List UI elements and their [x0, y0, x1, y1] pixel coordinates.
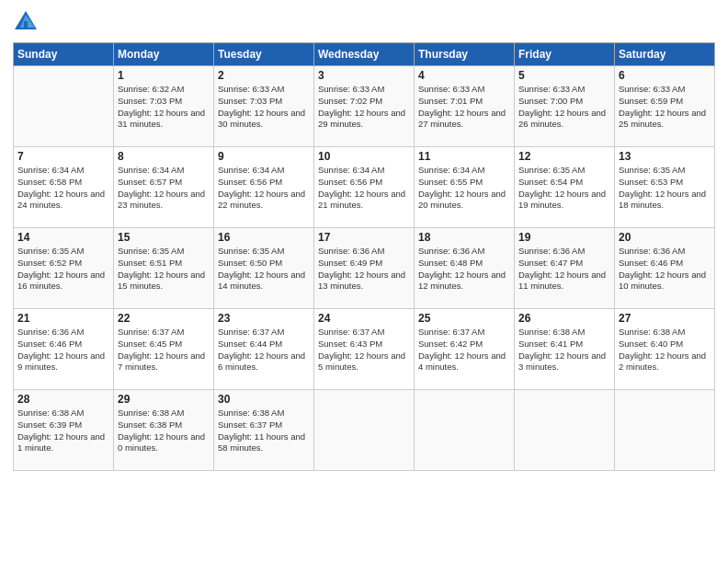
day-header-friday: Friday	[515, 43, 615, 66]
day-number: 3	[318, 69, 410, 82]
cell-info: Sunrise: 6:37 AM Sunset: 6:44 PM Dayligh…	[218, 327, 310, 373]
day-number: 26	[518, 312, 610, 325]
calendar-cell	[615, 390, 715, 471]
page: SundayMondayTuesdayWednesdayThursdayFrid…	[0, 0, 728, 563]
header-row: SundayMondayTuesdayWednesdayThursdayFrid…	[14, 43, 715, 66]
cell-info: Sunrise: 6:36 AM Sunset: 6:46 PM Dayligh…	[619, 246, 711, 293]
week-row-1: 7Sunrise: 6:34 AM Sunset: 6:58 PM Daylig…	[14, 147, 715, 228]
day-number: 1	[118, 69, 210, 82]
day-number: 20	[619, 231, 711, 244]
cell-info: Sunrise: 6:38 AM Sunset: 6:41 PM Dayligh…	[518, 327, 610, 373]
calendar-cell: 29Sunrise: 6:38 AM Sunset: 6:38 PM Dayli…	[114, 390, 214, 471]
cell-info: Sunrise: 6:37 AM Sunset: 6:42 PM Dayligh…	[418, 327, 510, 373]
cell-info: Sunrise: 6:35 AM Sunset: 6:51 PM Dayligh…	[118, 246, 210, 293]
cell-info: Sunrise: 6:36 AM Sunset: 6:48 PM Dayligh…	[418, 246, 510, 293]
cell-info: Sunrise: 6:32 AM Sunset: 7:03 PM Dayligh…	[118, 84, 210, 131]
day-header-sunday: Sunday	[14, 43, 114, 66]
calendar-cell: 8Sunrise: 6:34 AM Sunset: 6:57 PM Daylig…	[114, 147, 214, 228]
week-row-4: 28Sunrise: 6:38 AM Sunset: 6:39 PM Dayli…	[14, 390, 715, 471]
calendar-cell: 9Sunrise: 6:34 AM Sunset: 6:56 PM Daylig…	[214, 147, 314, 228]
calendar-table: SundayMondayTuesdayWednesdayThursdayFrid…	[13, 42, 715, 471]
calendar-cell: 18Sunrise: 6:36 AM Sunset: 6:48 PM Dayli…	[415, 228, 515, 309]
calendar-cell: 16Sunrise: 6:35 AM Sunset: 6:50 PM Dayli…	[214, 228, 314, 309]
day-number: 17	[318, 231, 410, 244]
day-number: 19	[518, 231, 610, 244]
day-number: 9	[218, 150, 310, 163]
day-number: 10	[318, 150, 410, 163]
calendar-cell: 4Sunrise: 6:33 AM Sunset: 7:01 PM Daylig…	[415, 66, 515, 147]
day-number: 12	[518, 150, 610, 163]
day-number: 15	[118, 231, 210, 244]
cell-info: Sunrise: 6:33 AM Sunset: 7:02 PM Dayligh…	[318, 84, 410, 131]
day-number: 28	[17, 393, 109, 406]
cell-info: Sunrise: 6:33 AM Sunset: 7:01 PM Dayligh…	[418, 84, 510, 131]
calendar-cell: 5Sunrise: 6:33 AM Sunset: 7:00 PM Daylig…	[515, 66, 615, 147]
day-number: 6	[619, 69, 711, 82]
day-number: 21	[17, 312, 109, 325]
day-number: 2	[218, 69, 310, 82]
day-number: 7	[17, 150, 109, 163]
calendar-cell: 14Sunrise: 6:35 AM Sunset: 6:52 PM Dayli…	[14, 228, 114, 309]
day-number: 4	[418, 69, 510, 82]
calendar-cell: 6Sunrise: 6:33 AM Sunset: 6:59 PM Daylig…	[615, 66, 715, 147]
day-number: 18	[418, 231, 510, 244]
calendar-cell: 26Sunrise: 6:38 AM Sunset: 6:41 PM Dayli…	[515, 309, 615, 390]
calendar-cell: 10Sunrise: 6:34 AM Sunset: 6:56 PM Dayli…	[314, 147, 415, 228]
cell-info: Sunrise: 6:36 AM Sunset: 6:49 PM Dayligh…	[318, 246, 410, 293]
cell-info: Sunrise: 6:35 AM Sunset: 6:52 PM Dayligh…	[17, 246, 109, 293]
cell-info: Sunrise: 6:38 AM Sunset: 6:39 PM Dayligh…	[17, 408, 109, 454]
calendar-cell: 15Sunrise: 6:35 AM Sunset: 6:51 PM Dayli…	[114, 228, 214, 309]
day-number: 29	[118, 393, 210, 406]
calendar-cell: 28Sunrise: 6:38 AM Sunset: 6:39 PM Dayli…	[14, 390, 114, 471]
calendar-cell: 22Sunrise: 6:37 AM Sunset: 6:45 PM Dayli…	[114, 309, 214, 390]
day-number: 5	[518, 69, 610, 82]
cell-info: Sunrise: 6:37 AM Sunset: 6:43 PM Dayligh…	[318, 327, 410, 373]
cell-info: Sunrise: 6:37 AM Sunset: 6:45 PM Dayligh…	[118, 327, 210, 373]
calendar-cell: 11Sunrise: 6:34 AM Sunset: 6:55 PM Dayli…	[415, 147, 515, 228]
calendar-cell: 21Sunrise: 6:36 AM Sunset: 6:46 PM Dayli…	[14, 309, 114, 390]
day-number: 23	[218, 312, 310, 325]
cell-info: Sunrise: 6:34 AM Sunset: 6:56 PM Dayligh…	[318, 165, 410, 212]
calendar-cell	[14, 66, 114, 147]
calendar-cell	[515, 390, 615, 471]
logo-icon	[13, 9, 39, 35]
cell-info: Sunrise: 6:35 AM Sunset: 6:53 PM Dayligh…	[619, 165, 711, 212]
cell-info: Sunrise: 6:33 AM Sunset: 7:00 PM Dayligh…	[518, 84, 610, 131]
day-number: 8	[118, 150, 210, 163]
calendar-cell: 23Sunrise: 6:37 AM Sunset: 6:44 PM Dayli…	[214, 309, 314, 390]
calendar-cell: 13Sunrise: 6:35 AM Sunset: 6:53 PM Dayli…	[615, 147, 715, 228]
calendar-cell: 7Sunrise: 6:34 AM Sunset: 6:58 PM Daylig…	[14, 147, 114, 228]
cell-info: Sunrise: 6:36 AM Sunset: 6:47 PM Dayligh…	[518, 246, 610, 293]
day-header-saturday: Saturday	[615, 43, 715, 66]
day-number: 22	[118, 312, 210, 325]
day-number: 11	[418, 150, 510, 163]
calendar-cell: 2Sunrise: 6:33 AM Sunset: 7:03 PM Daylig…	[214, 66, 314, 147]
day-number: 13	[619, 150, 711, 163]
day-header-monday: Monday	[114, 43, 214, 66]
cell-info: Sunrise: 6:35 AM Sunset: 6:54 PM Dayligh…	[518, 165, 610, 212]
calendar-cell: 25Sunrise: 6:37 AM Sunset: 6:42 PM Dayli…	[415, 309, 515, 390]
cell-info: Sunrise: 6:34 AM Sunset: 6:56 PM Dayligh…	[218, 165, 310, 212]
day-number: 14	[17, 231, 109, 244]
week-row-0: 1Sunrise: 6:32 AM Sunset: 7:03 PM Daylig…	[14, 66, 715, 147]
calendar-cell: 30Sunrise: 6:38 AM Sunset: 6:37 PM Dayli…	[214, 390, 314, 471]
calendar-cell: 17Sunrise: 6:36 AM Sunset: 6:49 PM Dayli…	[314, 228, 415, 309]
calendar-cell: 1Sunrise: 6:32 AM Sunset: 7:03 PM Daylig…	[114, 66, 214, 147]
cell-info: Sunrise: 6:33 AM Sunset: 7:03 PM Dayligh…	[218, 84, 310, 131]
calendar-cell: 24Sunrise: 6:37 AM Sunset: 6:43 PM Dayli…	[314, 309, 415, 390]
cell-info: Sunrise: 6:38 AM Sunset: 6:40 PM Dayligh…	[619, 327, 711, 373]
cell-info: Sunrise: 6:38 AM Sunset: 6:37 PM Dayligh…	[218, 408, 310, 454]
day-number: 27	[619, 312, 711, 325]
day-number: 30	[218, 393, 310, 406]
calendar-cell	[314, 390, 415, 471]
day-header-wednesday: Wednesday	[314, 43, 415, 66]
svg-rect-2	[24, 21, 28, 29]
calendar-cell: 27Sunrise: 6:38 AM Sunset: 6:40 PM Dayli…	[615, 309, 715, 390]
week-row-3: 21Sunrise: 6:36 AM Sunset: 6:46 PM Dayli…	[14, 309, 715, 390]
day-header-tuesday: Tuesday	[214, 43, 314, 66]
cell-info: Sunrise: 6:33 AM Sunset: 6:59 PM Dayligh…	[619, 84, 711, 131]
calendar-cell: 3Sunrise: 6:33 AM Sunset: 7:02 PM Daylig…	[314, 66, 415, 147]
cell-info: Sunrise: 6:35 AM Sunset: 6:50 PM Dayligh…	[218, 246, 310, 293]
cell-info: Sunrise: 6:34 AM Sunset: 6:55 PM Dayligh…	[418, 165, 510, 212]
cell-info: Sunrise: 6:34 AM Sunset: 6:57 PM Dayligh…	[118, 165, 210, 212]
